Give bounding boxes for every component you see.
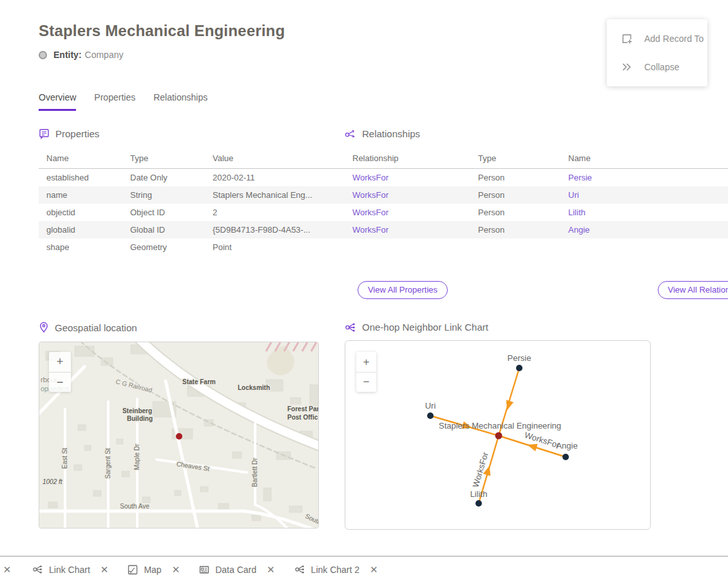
link-chart-zoom-out-button[interactable]: − [356,372,376,392]
page-title: Staplers Mechanical Engineering [39,22,285,40]
menu-item-add-record-to[interactable]: Add Record To [607,24,707,53]
prop-value: Point [205,238,728,256]
svg-text:Building: Building [127,415,153,422]
map-icon [128,565,138,575]
close-icon[interactable]: ✕ [267,564,275,576]
node-angie[interactable] [562,454,569,460]
rel-type: Person [470,221,560,238]
col-header: Relationship [345,149,470,169]
context-menu: Add Record To Collapse [607,19,707,86]
prop-name: established [39,169,122,187]
svg-text:Bartlett Dr: Bartlett Dr [251,458,258,487]
edge-label: WorksFor [523,430,561,450]
node-label: Lilith [470,489,488,499]
link-chart-view[interactable]: + − [345,340,651,530]
col-header: Type [122,149,205,169]
entity-link[interactable]: Lilith [568,208,586,217]
prop-type: Geometry [122,238,205,256]
close-icon[interactable]: ✕ [101,564,109,576]
geospatial-section-header: Geospatial location [39,322,319,333]
link-chart-graph: Persie Uri Lilith Angie Staplers Mechani… [345,341,651,530]
close-icon[interactable]: ✕ [370,564,378,576]
table-row: WorksFor Person Angie [345,221,728,238]
geospatial-section-title: Geospatial location [55,322,137,333]
map-zoom-control: + − [49,352,71,392]
prop-name: globalid [39,221,122,238]
col-header: Name [39,149,122,169]
relationship-link[interactable]: WorksFor [352,173,388,182]
properties-section-title: Properties [55,128,99,139]
view-tab-link-chart[interactable]: Link Chart ✕ [32,564,108,576]
close-icon[interactable]: ✕ [1,564,13,576]
relationships-section-header: Relationships [345,128,654,139]
link-chart-icon [294,565,305,574]
relationships-icon [345,129,356,139]
svg-text:1002 ft: 1002 ft [43,478,63,485]
properties-section-header: Properties [39,128,319,139]
prop-type: String [122,186,205,204]
entity-link[interactable]: Persie [568,173,592,182]
center-node-label: Staplers Mechanical Engineering [439,421,561,431]
tab-strip: Overview Properties Relationships [39,92,207,111]
view-tab-label: Data Card [215,565,256,575]
link-chart-icon [32,565,43,574]
view-all-relationships-button[interactable]: View All Relationships [658,281,728,299]
view-tab-label: Link Chart [49,565,90,575]
prop-name: name [39,186,122,204]
table-row: shape Geometry Point [39,238,728,256]
tab-properties[interactable]: Properties [94,92,135,111]
col-header: Name [560,149,728,169]
entity-label: Entity: [53,50,82,60]
tab-relationships[interactable]: Relationships [153,92,207,111]
properties-icon [39,128,50,139]
map-zoom-out-button[interactable]: − [49,372,71,392]
prop-type: Global ID [122,221,205,238]
prop-type: Object ID [122,204,205,221]
svg-text:Sargent St: Sargent St [104,448,111,478]
svg-text:Post Offic: Post Offic [287,414,318,421]
graph-nodes [427,365,569,507]
svg-text:Forest Par: Forest Par [287,405,319,412]
prop-type: Date Only [122,169,205,187]
relationships-actions: View All Relationships [345,281,728,299]
view-tab-data-card[interactable]: Data Card ✕ [199,564,274,576]
data-card-icon [199,565,209,575]
link-chart-section-header: One-hop Neighbor Link Chart [345,322,654,333]
table-row: WorksFor Person Uri [345,186,728,204]
menu-item-label: Add Record To [644,34,704,44]
menu-item-collapse[interactable]: Collapse [607,53,707,81]
relationship-link[interactable]: WorksFor [352,208,388,217]
node-center[interactable] [495,432,503,440]
menu-item-label: Collapse [644,62,679,72]
prop-name: shape [39,238,122,256]
relationship-link[interactable]: WorksFor [352,225,388,235]
link-chart-icon [345,322,356,333]
entity-link[interactable]: Uri [568,190,579,200]
svg-text:Locksmith: Locksmith [238,384,270,391]
node-persie[interactable] [516,365,522,371]
relationships-table: Relationship Type Name WorksFor Person P… [345,149,728,238]
rel-type: Person [470,186,560,204]
collapse-icon [621,61,633,73]
view-tab-bar: ✕ Link Chart ✕ Map [0,556,728,582]
node-lilith[interactable] [475,500,482,507]
entity-row: Entity: Company [39,50,123,60]
link-chart-zoom-in-button[interactable]: + [356,352,376,372]
view-tab-link-chart-2[interactable]: Link Chart 2 ✕ [294,564,378,576]
close-icon[interactable]: ✕ [172,564,180,576]
entity-value: Company [85,50,124,60]
relationship-link[interactable]: WorksFor [352,190,388,200]
view-tab-label: Link Chart 2 [311,565,359,575]
tab-overview[interactable]: Overview [39,92,76,111]
view-tab-map[interactable]: Map ✕ [128,564,180,576]
map-location-marker [176,433,182,440]
map-view[interactable]: + − [39,342,319,529]
table-row: WorksFor Person Persie [345,169,728,187]
entity-type-dot [39,51,47,59]
data-card-page: Staplers Mechanical Engineering Entity: … [0,0,728,582]
entity-link[interactable]: Angie [568,225,589,235]
node-uri[interactable] [427,412,434,419]
basemap: rbour opaedics C G Railroad State Farm L… [39,342,319,529]
map-zoom-in-button[interactable]: + [49,352,71,372]
col-header: Type [470,149,560,169]
